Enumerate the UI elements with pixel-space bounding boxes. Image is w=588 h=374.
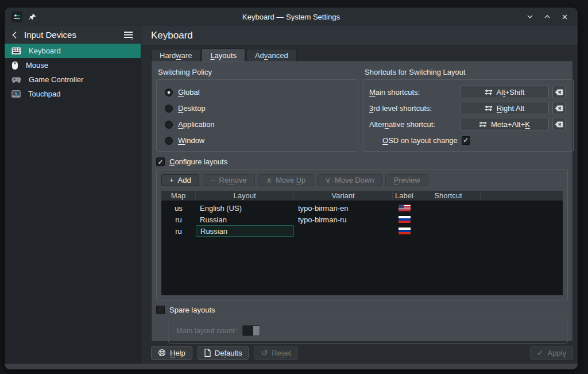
column-header-shortcut[interactable]: Shortcut: [416, 191, 481, 201]
third-level-shortcuts-clear-button[interactable]: [552, 102, 566, 114]
tab-advanced[interactable]: Advanced: [246, 49, 297, 61]
third-level-shortcuts-button[interactable]: Right Alt: [460, 102, 549, 114]
document-revert-icon: [204, 349, 211, 357]
backspace-clear-icon: [555, 105, 563, 111]
layouts-tab-panel: Switching Policy Global: [151, 61, 573, 342]
osd-checkbox[interactable]: [462, 136, 470, 145]
radio-global[interactable]: Global: [165, 88, 350, 97]
sidebar-item-label: Mouse: [26, 61, 48, 70]
column-header-label[interactable]: Label: [393, 191, 416, 201]
help-button[interactable]: Help: [151, 346, 192, 360]
reset-button[interactable]: ↺ Reset: [254, 346, 298, 360]
back-icon[interactable]: [11, 31, 17, 39]
sidebar-item-keyboard[interactable]: Keyboard: [5, 44, 141, 58]
defaults-button-label: Defaults: [215, 349, 242, 357]
spare-layouts-checkbox[interactable]: [156, 306, 165, 314]
radio-icon: [165, 137, 173, 145]
radio-window[interactable]: Window: [165, 136, 350, 145]
cell-map[interactable]: ru: [161, 227, 196, 236]
cell-label[interactable]: [393, 216, 416, 223]
table-row[interactable]: ru Russian typo-birman-ru: [161, 214, 563, 225]
main-layout-count-spinbox[interactable]: [242, 325, 260, 336]
cell-map[interactable]: us: [161, 204, 196, 213]
add-button-label: Add: [178, 176, 191, 184]
cell-label[interactable]: [393, 205, 416, 211]
osd-checkbox-row[interactable]: OSD on layout change: [369, 136, 566, 145]
touchpad-icon: [11, 90, 21, 98]
radio-application[interactable]: Application: [165, 120, 350, 129]
preview-button[interactable]: Preview: [385, 174, 428, 186]
layouts-box: + Add − Remove ∧ Move Up: [156, 169, 568, 300]
main-layout-count-label: Main layout count:: [176, 326, 237, 335]
help-button-label: Help: [170, 349, 185, 357]
move-up-button[interactable]: ∧ Move Up: [258, 174, 314, 186]
desktop: Keyboard — System Settings: [0, 0, 588, 374]
sidebar-item-mouse[interactable]: Mouse: [5, 58, 141, 72]
configure-layouts-label: Configure layouts: [169, 157, 227, 166]
backspace-clear-icon: [555, 89, 563, 95]
radio-desktop[interactable]: Desktop: [165, 104, 350, 113]
gamepad-icon: [11, 76, 21, 83]
titlebar[interactable]: Keyboard — System Settings: [5, 7, 578, 26]
app-icon[interactable]: [11, 11, 22, 22]
maximize-button[interactable]: [541, 10, 554, 23]
hamburger-menu-icon[interactable]: [123, 30, 134, 40]
minus-icon: −: [211, 176, 215, 184]
main-shortcuts-clear-button[interactable]: [552, 86, 566, 98]
cell-label[interactable]: [393, 228, 416, 234]
configure-layouts-checkbox[interactable]: [156, 157, 165, 166]
cell-variant[interactable]: typo-birman-ru: [294, 215, 393, 224]
radio-label: Desktop: [178, 104, 206, 113]
layouts-table-body[interactable]: us English (US) typo-birman-en: [161, 201, 563, 295]
close-button[interactable]: [558, 10, 571, 23]
shortcut-keys-icon: [479, 121, 487, 128]
spare-layouts-row[interactable]: Spare layouts: [156, 306, 568, 314]
sidebar-header: Input Devices: [5, 26, 141, 44]
sidebar-item-label: Touchpad: [28, 90, 60, 98]
mouse-icon: [11, 61, 18, 70]
move-down-button[interactable]: ∨ Move Down: [317, 174, 382, 186]
window-title: Keyboard — System Settings: [5, 13, 578, 21]
shortcuts-group-title: Shortcuts for Switching Layout: [365, 68, 574, 76]
alternative-shortcut-button[interactable]: Meta+Alt+K: [460, 118, 549, 130]
pin-icon[interactable]: [28, 13, 37, 21]
footer-buttons: Help Defaults ↺ Reset: [151, 342, 573, 364]
defaults-button[interactable]: Defaults: [198, 346, 249, 360]
minimize-button[interactable]: [524, 10, 536, 23]
add-button[interactable]: + Add: [161, 174, 199, 186]
apply-button[interactable]: ✓ Apply: [530, 346, 573, 360]
sidebar: Input Devices: [5, 26, 141, 364]
main-shortcuts-button[interactable]: Alt+Shift: [460, 86, 549, 98]
sidebar-item-touchpad[interactable]: Touchpad: [5, 87, 141, 101]
cell-layout[interactable]: Russian: [196, 215, 294, 224]
sidebar-item-game-controller[interactable]: Game Controller: [5, 72, 141, 87]
shortcuts-group: Shortcuts for Switching Layout Main shor…: [363, 67, 574, 152]
switching-policy-group: Switching Policy Global: [156, 67, 358, 152]
system-settings-window: Keyboard — System Settings: [5, 7, 578, 369]
alternative-shortcut-clear-button[interactable]: [552, 118, 566, 130]
remove-button[interactable]: − Remove: [203, 174, 255, 186]
sidebar-item-label: Keyboard: [29, 47, 61, 55]
table-row[interactable]: ru Russian: [161, 225, 563, 237]
column-header-layout[interactable]: Layout: [196, 191, 294, 201]
content: Hardware Layouts Advanced Switching Poli…: [141, 45, 578, 364]
tab-layouts[interactable]: Layouts: [202, 48, 245, 61]
column-header-map[interactable]: Map: [161, 191, 196, 201]
table-row[interactable]: us English (US) typo-birman-en: [161, 202, 563, 214]
configure-layouts-row[interactable]: Configure layouts: [156, 157, 568, 166]
cell-layout-editing[interactable]: Russian: [196, 225, 294, 237]
ru-flag-icon: [399, 216, 411, 223]
cell-variant[interactable]: typo-birman-en: [294, 204, 393, 213]
spinbox-arrows[interactable]: [253, 326, 260, 336]
radio-label: Application: [178, 120, 215, 129]
page-header: Keyboard: [141, 26, 578, 45]
column-header-filler: [481, 191, 563, 201]
column-header-variant[interactable]: Variant: [294, 191, 393, 201]
cell-layout[interactable]: English (US): [196, 204, 294, 213]
ru-flag-icon: [399, 228, 411, 234]
reset-button-label: Reset: [272, 349, 291, 357]
tab-hardware[interactable]: Hardware: [151, 49, 200, 61]
spinbox-value[interactable]: [243, 326, 253, 336]
radio-icon: [165, 121, 173, 129]
cell-map[interactable]: ru: [161, 215, 196, 224]
